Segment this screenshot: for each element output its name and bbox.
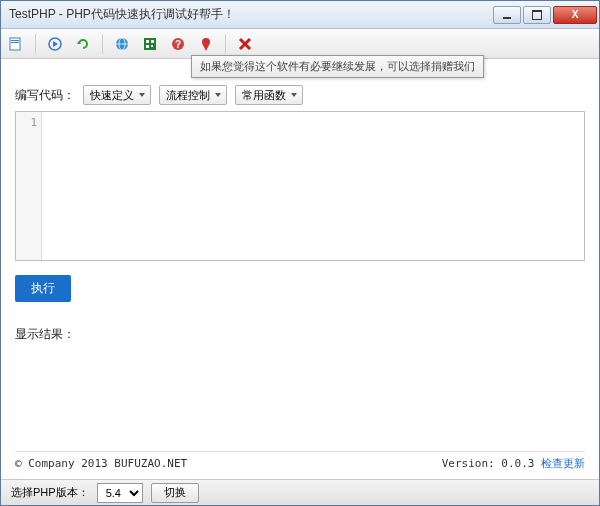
editor-header-row: 编写代码： 快速定义 流程控制 常用函数 (15, 85, 585, 105)
dropdown-quick-define[interactable]: 快速定义 (83, 85, 151, 105)
result-label: 显示结果： (15, 326, 585, 343)
php-version-label: 选择PHP版本： (11, 485, 89, 500)
line-gutter: 1 (16, 112, 42, 260)
svg-point-16 (202, 38, 210, 46)
switch-button[interactable]: 切换 (151, 483, 199, 503)
new-icon[interactable] (7, 35, 25, 53)
svg-text:?: ? (175, 39, 181, 50)
minimize-button[interactable] (493, 6, 521, 24)
footer: © Company 2013 BUFUZAO.NET Version: 0.0.… (15, 451, 585, 471)
execute-button[interactable]: 执行 (15, 275, 71, 302)
separator (102, 34, 103, 54)
close-button[interactable]: X (553, 6, 597, 24)
dropdown-common-funcs[interactable]: 常用函数 (235, 85, 303, 105)
toolbar: ? 如果您觉得这个软件有必要继续发展，可以选择捐赠我们 (1, 29, 599, 59)
php-version-select[interactable]: 5.4 (97, 483, 143, 503)
version-area: Version: 0.0.3 检查更新 (442, 456, 585, 471)
window-title: TestPHP - PHP代码快速执行调试好帮手！ (9, 6, 491, 23)
svg-rect-10 (146, 40, 149, 43)
dropdown-flow-control[interactable]: 流程控制 (159, 85, 227, 105)
spacer (15, 353, 585, 451)
line-number: 1 (16, 116, 37, 129)
maximize-button[interactable] (523, 6, 551, 24)
svg-rect-13 (151, 45, 153, 47)
content-area: 编写代码： 快速定义 流程控制 常用函数 1 执行 显示结果： © Compan… (1, 59, 599, 479)
version-label: Version: 0.0.3 (442, 457, 535, 470)
play-icon[interactable] (46, 35, 64, 53)
code-area[interactable] (42, 112, 584, 260)
statusbar: 选择PHP版本： 5.4 切换 (1, 479, 599, 505)
check-update-link[interactable]: 检查更新 (541, 457, 585, 469)
app-window: TestPHP - PHP代码快速执行调试好帮手！ X ? 如果您觉得这个软件有… (0, 0, 600, 506)
clear-icon[interactable] (236, 35, 254, 53)
donate-icon[interactable] (197, 35, 215, 53)
svg-rect-12 (146, 45, 149, 48)
window-buttons: X (491, 6, 597, 24)
separator (35, 34, 36, 54)
svg-rect-2 (11, 42, 19, 43)
separator (225, 34, 226, 54)
globe-icon[interactable] (113, 35, 131, 53)
help-icon[interactable]: ? (169, 35, 187, 53)
svg-rect-0 (10, 38, 20, 50)
tooltip: 如果您觉得这个软件有必要继续发展，可以选择捐赠我们 (191, 55, 484, 78)
copyright: © Company 2013 BUFUZAO.NET (15, 457, 187, 470)
svg-rect-1 (11, 40, 19, 41)
svg-rect-11 (151, 40, 154, 43)
svg-marker-4 (53, 41, 58, 47)
code-editor[interactable]: 1 (15, 111, 585, 261)
write-code-label: 编写代码： (15, 87, 75, 104)
titlebar: TestPHP - PHP代码快速执行调试好帮手！ X (1, 1, 599, 29)
qr-icon[interactable] (141, 35, 159, 53)
svg-rect-9 (144, 38, 156, 50)
refresh-icon[interactable] (74, 35, 92, 53)
